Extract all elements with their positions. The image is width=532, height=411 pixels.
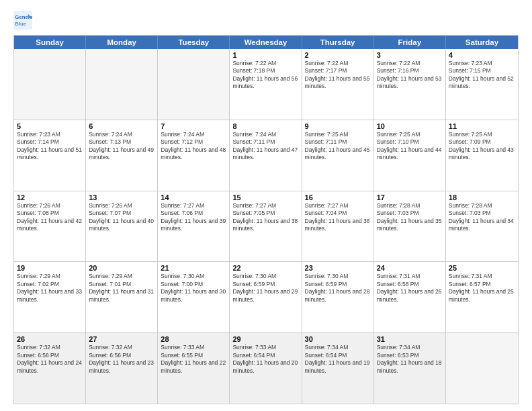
weekday-header-sunday: Sunday — [14, 36, 86, 49]
day-number: 27 — [89, 335, 154, 343]
day-info: Sunrise: 7:23 AM Sunset: 7:15 PM Dayligh… — [449, 60, 515, 91]
day-number: 18 — [449, 193, 515, 201]
day-number: 12 — [17, 193, 83, 201]
logo: General Blue — [13, 11, 35, 30]
calendar-day-7: 7Sunrise: 7:24 AM Sunset: 7:12 PM Daylig… — [158, 120, 230, 191]
day-number: 23 — [305, 264, 371, 272]
day-number: 15 — [232, 193, 298, 201]
day-number: 17 — [377, 193, 443, 201]
calendar-day-3: 3Sunrise: 7:22 AM Sunset: 7:16 PM Daylig… — [374, 49, 446, 120]
svg-text:Blue: Blue — [15, 21, 27, 27]
calendar-cell-empty — [86, 49, 158, 120]
day-number: 25 — [449, 264, 515, 272]
day-number: 7 — [161, 122, 226, 130]
day-number: 28 — [161, 335, 226, 343]
day-info: Sunrise: 7:31 AM Sunset: 6:57 PM Dayligh… — [449, 273, 515, 304]
calendar-header: SundayMondayTuesdayWednesdayThursdayFrid… — [14, 36, 518, 49]
calendar-day-30: 30Sunrise: 7:34 AM Sunset: 6:54 PM Dayli… — [302, 333, 374, 404]
day-info: Sunrise: 7:32 AM Sunset: 6:56 PM Dayligh… — [89, 344, 154, 375]
day-number: 29 — [232, 335, 298, 343]
day-number: 4 — [449, 51, 515, 59]
calendar-day-14: 14Sunrise: 7:27 AM Sunset: 7:06 PM Dayli… — [158, 191, 230, 262]
day-info: Sunrise: 7:30 AM Sunset: 6:59 PM Dayligh… — [305, 273, 371, 304]
calendar-day-5: 5Sunrise: 7:23 AM Sunset: 7:14 PM Daylig… — [14, 120, 86, 191]
calendar-day-6: 6Sunrise: 7:24 AM Sunset: 7:13 PM Daylig… — [86, 120, 158, 191]
day-number: 10 — [377, 122, 443, 130]
day-info: Sunrise: 7:32 AM Sunset: 6:56 PM Dayligh… — [17, 344, 83, 375]
calendar-day-19: 19Sunrise: 7:29 AM Sunset: 7:02 PM Dayli… — [14, 262, 86, 332]
calendar-cell-empty — [446, 333, 518, 404]
day-info: Sunrise: 7:25 AM Sunset: 7:10 PM Dayligh… — [377, 131, 443, 162]
day-info: Sunrise: 7:22 AM Sunset: 7:17 PM Dayligh… — [305, 60, 371, 91]
weekday-header-tuesday: Tuesday — [158, 36, 230, 49]
calendar-row-3: 19Sunrise: 7:29 AM Sunset: 7:02 PM Dayli… — [14, 262, 518, 333]
weekday-header-monday: Monday — [86, 36, 158, 49]
day-info: Sunrise: 7:29 AM Sunset: 7:02 PM Dayligh… — [17, 273, 83, 304]
calendar-day-28: 28Sunrise: 7:33 AM Sunset: 6:55 PM Dayli… — [158, 333, 230, 404]
calendar-day-27: 27Sunrise: 7:32 AM Sunset: 6:56 PM Dayli… — [86, 333, 158, 404]
day-info: Sunrise: 7:30 AM Sunset: 6:59 PM Dayligh… — [232, 273, 298, 304]
calendar-day-13: 13Sunrise: 7:26 AM Sunset: 7:07 PM Dayli… — [86, 191, 158, 262]
calendar-day-24: 24Sunrise: 7:31 AM Sunset: 6:58 PM Dayli… — [374, 262, 446, 332]
day-info: Sunrise: 7:22 AM Sunset: 7:18 PM Dayligh… — [232, 60, 298, 91]
day-info: Sunrise: 7:33 AM Sunset: 6:54 PM Dayligh… — [232, 344, 298, 375]
weekday-header-friday: Friday — [374, 36, 446, 49]
calendar-day-8: 8Sunrise: 7:24 AM Sunset: 7:11 PM Daylig… — [230, 120, 302, 191]
page: General Blue SundayMondayTuesdayWednesda… — [0, 0, 532, 411]
weekday-header-wednesday: Wednesday — [230, 36, 302, 49]
day-info: Sunrise: 7:25 AM Sunset: 7:11 PM Dayligh… — [305, 131, 371, 162]
day-info: Sunrise: 7:27 AM Sunset: 7:06 PM Dayligh… — [161, 202, 226, 233]
day-number: 30 — [305, 335, 371, 343]
day-info: Sunrise: 7:33 AM Sunset: 6:55 PM Dayligh… — [161, 344, 226, 375]
day-number: 16 — [305, 193, 371, 201]
calendar-day-18: 18Sunrise: 7:28 AM Sunset: 7:03 PM Dayli… — [446, 191, 518, 262]
calendar-day-29: 29Sunrise: 7:33 AM Sunset: 6:54 PM Dayli… — [230, 333, 302, 404]
calendar-body: 1Sunrise: 7:22 AM Sunset: 7:18 PM Daylig… — [14, 49, 518, 404]
day-number: 5 — [17, 122, 83, 130]
day-number: 14 — [161, 193, 226, 201]
calendar-day-12: 12Sunrise: 7:26 AM Sunset: 7:08 PM Dayli… — [14, 191, 86, 262]
day-info: Sunrise: 7:30 AM Sunset: 7:00 PM Dayligh… — [161, 273, 226, 304]
day-info: Sunrise: 7:24 AM Sunset: 7:11 PM Dayligh… — [232, 131, 298, 162]
calendar-day-15: 15Sunrise: 7:27 AM Sunset: 7:05 PM Dayli… — [230, 191, 302, 262]
day-number: 9 — [305, 122, 371, 130]
day-info: Sunrise: 7:22 AM Sunset: 7:16 PM Dayligh… — [377, 60, 443, 91]
day-info: Sunrise: 7:28 AM Sunset: 7:03 PM Dayligh… — [449, 202, 515, 233]
day-number: 26 — [17, 335, 83, 343]
day-info: Sunrise: 7:24 AM Sunset: 7:13 PM Dayligh… — [89, 131, 154, 162]
day-number: 24 — [377, 264, 443, 272]
day-number: 21 — [161, 264, 226, 272]
header: General Blue — [13, 11, 519, 30]
calendar-day-20: 20Sunrise: 7:29 AM Sunset: 7:01 PM Dayli… — [86, 262, 158, 332]
calendar-day-16: 16Sunrise: 7:27 AM Sunset: 7:04 PM Dayli… — [302, 191, 374, 262]
weekday-header-saturday: Saturday — [446, 36, 518, 49]
calendar-day-23: 23Sunrise: 7:30 AM Sunset: 6:59 PM Dayli… — [302, 262, 374, 332]
day-number: 1 — [232, 51, 298, 59]
day-info: Sunrise: 7:34 AM Sunset: 6:54 PM Dayligh… — [305, 344, 371, 375]
weekday-header-thursday: Thursday — [302, 36, 374, 49]
day-info: Sunrise: 7:28 AM Sunset: 7:03 PM Dayligh… — [377, 202, 443, 233]
day-number: 3 — [377, 51, 443, 59]
calendar-day-17: 17Sunrise: 7:28 AM Sunset: 7:03 PM Dayli… — [374, 191, 446, 262]
calendar-row-1: 5Sunrise: 7:23 AM Sunset: 7:14 PM Daylig… — [14, 120, 518, 191]
day-info: Sunrise: 7:24 AM Sunset: 7:12 PM Dayligh… — [161, 131, 226, 162]
day-info: Sunrise: 7:29 AM Sunset: 7:01 PM Dayligh… — [89, 273, 154, 304]
day-info: Sunrise: 7:34 AM Sunset: 6:53 PM Dayligh… — [377, 344, 443, 375]
day-number: 6 — [89, 122, 154, 130]
calendar-cell-empty — [14, 49, 86, 120]
calendar-day-22: 22Sunrise: 7:30 AM Sunset: 6:59 PM Dayli… — [230, 262, 302, 332]
day-number: 11 — [449, 122, 515, 130]
day-number: 20 — [89, 264, 154, 272]
calendar-day-10: 10Sunrise: 7:25 AM Sunset: 7:10 PM Dayli… — [374, 120, 446, 191]
calendar-day-11: 11Sunrise: 7:25 AM Sunset: 7:09 PM Dayli… — [446, 120, 518, 191]
day-number: 22 — [232, 264, 298, 272]
calendar-day-25: 25Sunrise: 7:31 AM Sunset: 6:57 PM Dayli… — [446, 262, 518, 332]
day-info: Sunrise: 7:27 AM Sunset: 7:05 PM Dayligh… — [232, 202, 298, 233]
calendar-cell-empty — [158, 49, 230, 120]
day-info: Sunrise: 7:23 AM Sunset: 7:14 PM Dayligh… — [17, 131, 83, 162]
logo-icon: General Blue — [13, 11, 32, 30]
calendar-day-21: 21Sunrise: 7:30 AM Sunset: 7:00 PM Dayli… — [158, 262, 230, 332]
calendar-day-1: 1Sunrise: 7:22 AM Sunset: 7:18 PM Daylig… — [230, 49, 302, 120]
day-number: 2 — [305, 51, 371, 59]
calendar-day-4: 4Sunrise: 7:23 AM Sunset: 7:15 PM Daylig… — [446, 49, 518, 120]
